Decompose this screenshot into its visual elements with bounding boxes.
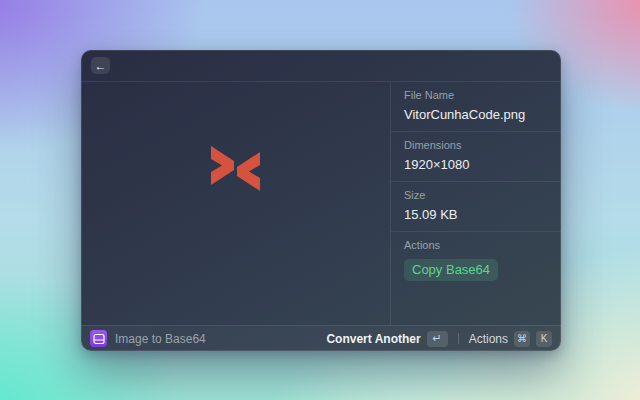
detail-label: Dimensions [404, 139, 548, 152]
footer-bar: Image to Base64 Convert Another ↵ Action… [81, 325, 561, 351]
detail-label: Size [404, 189, 548, 202]
footer-actions: Convert Another ↵ Actions ⌘ K [326, 331, 552, 347]
detail-row-size: Size 15.09 KB [391, 181, 561, 231]
detail-label: File Name [404, 89, 548, 102]
image-preview-panel [81, 82, 390, 325]
k-key-icon[interactable]: K [536, 331, 552, 347]
return-key-icon[interactable]: ↵ [427, 331, 448, 347]
detail-value: VitorCunhaCode.png [404, 107, 548, 122]
command-key-icon[interactable]: ⌘ [514, 331, 530, 347]
back-button[interactable]: ← [91, 57, 110, 74]
detail-value: 1920×1080 [404, 157, 548, 172]
detail-value: 15.09 KB [404, 207, 548, 222]
preview-x-logo-image [211, 146, 261, 191]
metadata-panel: File Name VitorCunhaCode.png Dimensions … [390, 82, 561, 325]
convert-another-button[interactable]: Convert Another [326, 332, 420, 346]
desktop-background: ← File Name VitorCunhaCode.png Dimension… [0, 0, 640, 400]
app-window: ← File Name VitorCunhaCode.png Dimension… [81, 50, 561, 351]
logo-left-chevron [211, 146, 234, 185]
detail-row-dimensions: Dimensions 1920×1080 [391, 131, 561, 181]
footer-divider [458, 333, 459, 344]
detail-row-actions: Actions Copy Base64 [391, 231, 561, 290]
image-icon [93, 333, 105, 345]
actions-menu-button[interactable]: Actions [469, 332, 508, 346]
back-arrow-icon: ← [95, 60, 107, 72]
detail-row-file-name: File Name VitorCunhaCode.png [391, 82, 561, 131]
copy-base64-button[interactable]: Copy Base64 [404, 259, 498, 281]
command-title: Image to Base64 [115, 332, 326, 346]
window-header: ← [81, 50, 561, 82]
image-to-base64-app-icon [90, 330, 107, 347]
logo-right-chevron [237, 152, 260, 191]
main-content: File Name VitorCunhaCode.png Dimensions … [81, 82, 561, 325]
actions-section-label: Actions [404, 239, 548, 252]
